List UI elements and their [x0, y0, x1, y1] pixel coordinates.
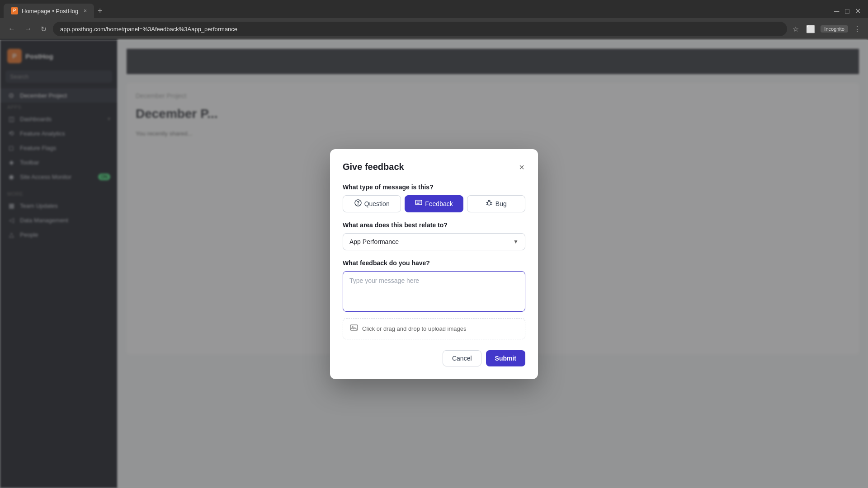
- modal-header: Give feedback ×: [343, 162, 525, 173]
- forward-button[interactable]: →: [22, 23, 34, 35]
- close-window-button[interactable]: ✕: [855, 7, 861, 15]
- active-tab[interactable]: P Homepage • PostHog ×: [4, 4, 94, 18]
- bookmark-button[interactable]: ☆: [791, 23, 801, 35]
- tab-title: Homepage • PostHog: [22, 8, 78, 14]
- feedback-text-section: What feedback do you have? Click or drag…: [343, 259, 525, 339]
- back-button[interactable]: ←: [5, 23, 18, 35]
- image-upload-area[interactable]: Click or drag and drop to upload images: [343, 318, 525, 339]
- feedback-modal: Give feedback × What type of message is …: [330, 149, 538, 379]
- reload-button[interactable]: ↻: [38, 23, 49, 35]
- address-bar[interactable]: [53, 22, 787, 36]
- minimize-button[interactable]: ─: [834, 7, 839, 15]
- question-type-button[interactable]: ? Question: [343, 195, 401, 212]
- cancel-button[interactable]: Cancel: [443, 350, 481, 366]
- svg-point-3: [487, 202, 491, 205]
- bug-icon: [486, 199, 493, 208]
- maximize-button[interactable]: □: [845, 7, 849, 15]
- feedback-icon: [415, 199, 422, 208]
- upload-label: Click or drag and drop to upload images: [362, 325, 467, 332]
- question-type-label: Question: [364, 200, 390, 207]
- modal-footer: Cancel Submit: [343, 350, 525, 366]
- feedback-textarea[interactable]: [343, 271, 525, 312]
- window-controls: ─ □ ✕: [834, 7, 864, 15]
- feedback-text-label: What feedback do you have?: [343, 259, 525, 267]
- question-icon: ?: [354, 199, 362, 208]
- feedback-type-button[interactable]: Feedback: [405, 195, 463, 212]
- upload-icon: [349, 323, 359, 334]
- svg-rect-2: [415, 200, 422, 205]
- tab-close-button[interactable]: ×: [84, 8, 87, 14]
- bug-type-label: Bug: [495, 200, 507, 207]
- menu-button[interactable]: ⋮: [852, 23, 863, 35]
- nav-icons: ☆ ⬜ Incognito ⋮: [791, 23, 863, 35]
- area-section: What area does this best relate to? App …: [343, 221, 525, 250]
- area-dropdown[interactable]: App Performance ▼: [343, 233, 525, 250]
- message-type-label: What type of message is this?: [343, 183, 525, 191]
- feedback-type-label: Feedback: [425, 200, 453, 207]
- browser-nav-bar: ← → ↻ ☆ ⬜ Incognito ⋮: [0, 18, 868, 40]
- new-tab-button[interactable]: +: [94, 5, 106, 18]
- tab-favicon: P: [11, 7, 18, 14]
- area-selected-value: App Performance: [349, 238, 399, 245]
- extensions-button[interactable]: ⬜: [804, 23, 817, 35]
- browser-tab-bar: P Homepage • PostHog × + ─ □ ✕: [0, 0, 868, 18]
- app-layout: P PostHog Search ⊙ December Project APPS…: [0, 40, 868, 488]
- submit-button[interactable]: Submit: [486, 350, 525, 366]
- bug-type-button[interactable]: Bug: [467, 195, 525, 212]
- svg-text:?: ?: [357, 201, 359, 206]
- incognito-badge: Incognito: [821, 25, 848, 33]
- area-label: What area does this best relate to?: [343, 221, 525, 229]
- message-type-section: What type of message is this? ? Question: [343, 183, 525, 212]
- type-buttons-group: ? Question Feedback: [343, 195, 525, 212]
- browser-chrome: P Homepage • PostHog × + ─ □ ✕ ← → ↻ ☆ ⬜…: [0, 0, 868, 40]
- modal-title: Give feedback: [343, 162, 404, 172]
- modal-overlay[interactable]: Give feedback × What type of message is …: [0, 40, 868, 488]
- dropdown-arrow-icon: ▼: [513, 239, 519, 245]
- modal-close-button[interactable]: ×: [518, 162, 525, 173]
